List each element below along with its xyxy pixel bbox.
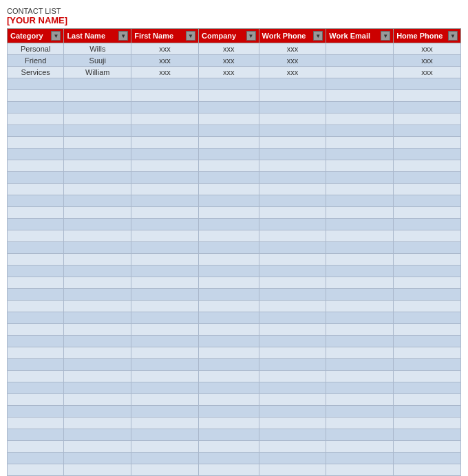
cell-firstname[interactable] <box>131 149 199 160</box>
cell-firstname[interactable] <box>131 336 199 347</box>
cell-lastname[interactable] <box>64 336 131 347</box>
cell-lastname[interactable] <box>64 406 131 418</box>
cell-category[interactable]: Services <box>8 67 64 78</box>
cell-lastname[interactable] <box>64 160 131 172</box>
cell-category[interactable] <box>8 418 64 429</box>
cell-company[interactable]: xxx <box>199 67 259 78</box>
cell-firstname[interactable] <box>131 453 199 464</box>
cell-workphone[interactable] <box>259 172 326 184</box>
cell-company[interactable] <box>199 195 259 207</box>
cell-workemail[interactable] <box>326 441 394 453</box>
cell-lastname[interactable] <box>64 418 131 429</box>
cell-workemail[interactable] <box>326 453 394 464</box>
cell-workphone[interactable] <box>259 78 326 90</box>
cell-lastname[interactable] <box>64 137 131 149</box>
cell-firstname[interactable] <box>131 207 199 219</box>
cell-homephone[interactable] <box>394 324 461 336</box>
cell-workphone[interactable] <box>259 149 326 160</box>
cell-workemail[interactable] <box>326 429 394 441</box>
cell-category[interactable] <box>8 90 64 102</box>
cell-workphone[interactable] <box>259 160 326 172</box>
cell-lastname[interactable] <box>64 324 131 336</box>
cell-workphone[interactable] <box>259 347 326 359</box>
cell-company[interactable] <box>199 453 259 464</box>
cell-workphone[interactable] <box>259 453 326 464</box>
cell-workemail[interactable] <box>326 207 394 219</box>
cell-homephone[interactable]: xxx <box>394 67 461 78</box>
cell-company[interactable] <box>199 184 259 195</box>
cell-lastname[interactable] <box>64 359 131 371</box>
cell-company[interactable] <box>199 418 259 429</box>
cell-category[interactable]: Friend <box>8 55 64 67</box>
cell-workphone[interactable] <box>259 406 326 418</box>
cell-workemail[interactable] <box>326 43 394 55</box>
cell-homephone[interactable] <box>394 137 461 149</box>
cell-homephone[interactable] <box>394 230 461 242</box>
cell-workemail[interactable] <box>326 230 394 242</box>
cell-category[interactable] <box>8 78 64 90</box>
cell-firstname[interactable] <box>131 312 199 324</box>
cell-category[interactable] <box>8 336 64 347</box>
cell-company[interactable] <box>199 125 259 137</box>
cell-firstname[interactable] <box>131 137 199 149</box>
cell-workphone[interactable] <box>259 230 326 242</box>
cell-firstname[interactable] <box>131 429 199 441</box>
cell-category[interactable] <box>8 242 64 254</box>
cell-company[interactable] <box>199 254 259 266</box>
cell-workemail[interactable] <box>326 394 394 406</box>
cell-lastname[interactable] <box>64 266 131 277</box>
cell-company[interactable] <box>199 429 259 441</box>
cell-company[interactable] <box>199 289 259 301</box>
cell-workphone[interactable] <box>259 441 326 453</box>
cell-workphone[interactable] <box>259 254 326 266</box>
cell-homephone[interactable] <box>394 125 461 137</box>
cell-firstname[interactable] <box>131 113 199 125</box>
cell-homephone[interactable] <box>394 371 461 382</box>
cell-lastname[interactable] <box>64 382 131 394</box>
cell-category[interactable] <box>8 382 64 394</box>
cell-workphone[interactable] <box>259 324 326 336</box>
cell-workphone[interactable] <box>259 359 326 371</box>
cell-homephone[interactable] <box>394 312 461 324</box>
cell-company[interactable] <box>199 406 259 418</box>
cell-workemail[interactable] <box>326 102 394 113</box>
cell-lastname[interactable] <box>64 464 131 476</box>
cell-workphone[interactable] <box>259 429 326 441</box>
cell-firstname[interactable]: xxx <box>131 55 199 67</box>
cell-lastname[interactable] <box>64 219 131 230</box>
cell-lastname[interactable] <box>64 207 131 219</box>
cell-lastname[interactable] <box>64 277 131 289</box>
cell-firstname[interactable] <box>131 78 199 90</box>
cell-company[interactable] <box>199 242 259 254</box>
cell-homephone[interactable] <box>394 90 461 102</box>
cell-workemail[interactable] <box>326 301 394 312</box>
cell-category[interactable] <box>8 429 64 441</box>
cell-workemail[interactable] <box>326 464 394 476</box>
cell-workphone[interactable] <box>259 219 326 230</box>
company-dropdown[interactable]: ▼ <box>246 31 256 41</box>
cell-company[interactable] <box>199 230 259 242</box>
cell-firstname[interactable] <box>131 301 199 312</box>
cell-workemail[interactable] <box>326 113 394 125</box>
cell-workemail[interactable] <box>326 382 394 394</box>
cell-category[interactable] <box>8 125 64 137</box>
cell-workemail[interactable] <box>326 336 394 347</box>
cell-company[interactable] <box>199 137 259 149</box>
cell-workphone[interactable] <box>259 90 326 102</box>
cell-firstname[interactable] <box>131 230 199 242</box>
cell-firstname[interactable] <box>131 195 199 207</box>
cell-category[interactable] <box>8 160 64 172</box>
cell-category[interactable] <box>8 113 64 125</box>
cell-category[interactable] <box>8 394 64 406</box>
homephone-dropdown[interactable]: ▼ <box>448 31 458 41</box>
cell-workemail[interactable] <box>326 289 394 301</box>
firstname-dropdown[interactable]: ▼ <box>186 31 195 41</box>
cell-firstname[interactable] <box>131 266 199 277</box>
cell-workemail[interactable] <box>326 312 394 324</box>
cell-workemail[interactable] <box>326 55 394 67</box>
cell-workemail[interactable] <box>326 90 394 102</box>
cell-homephone[interactable] <box>394 289 461 301</box>
cell-workphone[interactable] <box>259 371 326 382</box>
cell-workphone[interactable] <box>259 289 326 301</box>
cell-category[interactable] <box>8 137 64 149</box>
